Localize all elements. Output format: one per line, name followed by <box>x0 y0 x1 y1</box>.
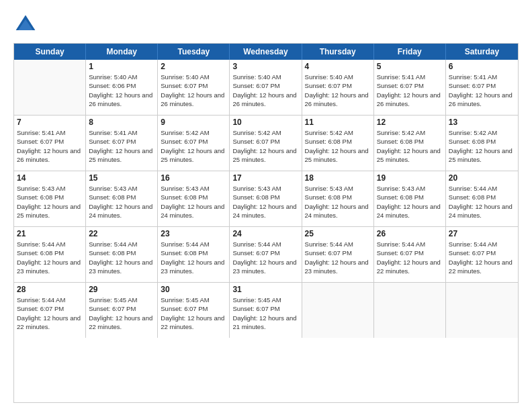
day-header-sunday: Sunday <box>14 44 86 60</box>
day-number: 4 <box>305 62 371 71</box>
logo <box>13 12 42 36</box>
day-info: Sunrise: 5:44 AMSunset: 6:08 PMDaylight:… <box>89 240 154 275</box>
day-cell-11: 11Sunrise: 5:42 AMSunset: 6:08 PMDayligh… <box>302 116 374 171</box>
day-number: 19 <box>377 173 443 183</box>
day-info: Sunrise: 5:43 AMSunset: 6:08 PMDaylight:… <box>17 184 83 220</box>
day-info: Sunrise: 5:44 AMSunset: 6:08 PMDaylight:… <box>449 184 515 220</box>
page: SundayMondayTuesdayWednesdayThursdayFrid… <box>0 0 532 411</box>
day-cell-13: 13Sunrise: 5:42 AMSunset: 6:08 PMDayligh… <box>446 116 518 171</box>
day-number: 28 <box>17 285 83 294</box>
day-number: 11 <box>305 118 371 127</box>
calendar-week-4: 21Sunrise: 5:44 AMSunset: 6:08 PMDayligh… <box>14 227 518 283</box>
day-number: 3 <box>232 62 298 71</box>
day-cell-1: 1Sunrise: 5:40 AMSunset: 6:06 PMDaylight… <box>86 60 158 115</box>
day-cell-7: 7Sunrise: 5:41 AMSunset: 6:07 PMDaylight… <box>14 116 86 171</box>
calendar-week-3: 14Sunrise: 5:43 AMSunset: 6:08 PMDayligh… <box>14 171 518 227</box>
day-number: 10 <box>232 118 298 127</box>
empty-cell <box>302 283 374 338</box>
day-cell-30: 30Sunrise: 5:45 AMSunset: 6:07 PMDayligh… <box>158 283 230 338</box>
day-number: 24 <box>232 229 298 238</box>
day-cell-17: 17Sunrise: 5:43 AMSunset: 6:08 PMDayligh… <box>230 171 302 226</box>
day-info: Sunrise: 5:41 AMSunset: 6:07 PMDaylight:… <box>377 73 443 108</box>
day-info: Sunrise: 5:40 AMSunset: 6:07 PMDaylight:… <box>161 73 226 108</box>
day-info: Sunrise: 5:45 AMSunset: 6:07 PMDaylight:… <box>232 295 298 331</box>
day-info: Sunrise: 5:45 AMSunset: 6:07 PMDaylight:… <box>161 295 226 331</box>
day-info: Sunrise: 5:44 AMSunset: 6:07 PMDaylight:… <box>17 295 83 331</box>
day-number: 27 <box>449 229 515 238</box>
day-header-thursday: Thursday <box>302 44 374 60</box>
day-number: 15 <box>89 173 154 183</box>
day-info: Sunrise: 5:44 AMSunset: 6:07 PMDaylight:… <box>377 240 443 275</box>
day-number: 22 <box>89 229 154 238</box>
day-number: 26 <box>377 229 443 238</box>
day-info: Sunrise: 5:44 AMSunset: 6:07 PMDaylight:… <box>305 240 371 275</box>
day-info: Sunrise: 5:40 AMSunset: 6:06 PMDaylight:… <box>89 73 154 108</box>
day-cell-25: 25Sunrise: 5:44 AMSunset: 6:07 PMDayligh… <box>302 227 374 282</box>
calendar-header-row: SundayMondayTuesdayWednesdayThursdayFrid… <box>14 44 518 60</box>
day-info: Sunrise: 5:42 AMSunset: 6:08 PMDaylight:… <box>305 128 371 164</box>
day-number: 6 <box>449 62 515 71</box>
day-cell-24: 24Sunrise: 5:44 AMSunset: 6:07 PMDayligh… <box>230 227 302 282</box>
day-info: Sunrise: 5:42 AMSunset: 6:08 PMDaylight:… <box>449 128 515 164</box>
day-number: 12 <box>377 118 443 127</box>
day-number: 18 <box>305 173 371 183</box>
day-cell-6: 6Sunrise: 5:41 AMSunset: 6:07 PMDaylight… <box>446 60 518 115</box>
day-header-saturday: Saturday <box>446 44 518 60</box>
day-number: 20 <box>449 173 515 183</box>
day-cell-12: 12Sunrise: 5:42 AMSunset: 6:08 PMDayligh… <box>374 116 446 171</box>
day-header-wednesday: Wednesday <box>230 44 302 60</box>
day-info: Sunrise: 5:41 AMSunset: 6:07 PMDaylight:… <box>17 128 83 164</box>
day-cell-18: 18Sunrise: 5:43 AMSunset: 6:08 PMDayligh… <box>302 171 374 226</box>
day-info: Sunrise: 5:41 AMSunset: 6:07 PMDaylight:… <box>89 128 154 164</box>
day-header-tuesday: Tuesday <box>158 44 230 60</box>
day-cell-23: 23Sunrise: 5:44 AMSunset: 6:08 PMDayligh… <box>158 227 230 282</box>
day-cell-28: 28Sunrise: 5:44 AMSunset: 6:07 PMDayligh… <box>14 283 86 338</box>
day-cell-20: 20Sunrise: 5:44 AMSunset: 6:08 PMDayligh… <box>446 171 518 226</box>
day-cell-29: 29Sunrise: 5:45 AMSunset: 6:07 PMDayligh… <box>86 283 158 338</box>
day-number: 9 <box>161 118 226 127</box>
day-info: Sunrise: 5:43 AMSunset: 6:08 PMDaylight:… <box>89 184 154 220</box>
day-number: 17 <box>232 173 298 183</box>
day-info: Sunrise: 5:42 AMSunset: 6:08 PMDaylight:… <box>377 128 443 164</box>
day-cell-10: 10Sunrise: 5:42 AMSunset: 6:07 PMDayligh… <box>230 116 302 171</box>
day-cell-16: 16Sunrise: 5:43 AMSunset: 6:08 PMDayligh… <box>158 171 230 226</box>
day-header-monday: Monday <box>86 44 158 60</box>
day-info: Sunrise: 5:40 AMSunset: 6:07 PMDaylight:… <box>232 73 298 108</box>
calendar-week-5: 28Sunrise: 5:44 AMSunset: 6:07 PMDayligh… <box>14 283 518 338</box>
day-info: Sunrise: 5:44 AMSunset: 6:08 PMDaylight:… <box>161 240 226 275</box>
day-number: 23 <box>161 229 226 238</box>
day-number: 14 <box>17 173 83 183</box>
day-cell-5: 5Sunrise: 5:41 AMSunset: 6:07 PMDaylight… <box>374 60 446 115</box>
day-number: 21 <box>17 229 83 238</box>
day-info: Sunrise: 5:43 AMSunset: 6:08 PMDaylight:… <box>377 184 443 220</box>
day-number: 16 <box>161 173 226 183</box>
day-cell-31: 31Sunrise: 5:45 AMSunset: 6:07 PMDayligh… <box>230 283 302 338</box>
calendar: SundayMondayTuesdayWednesdayThursdayFrid… <box>13 43 519 403</box>
day-info: Sunrise: 5:43 AMSunset: 6:08 PMDaylight:… <box>305 184 371 220</box>
day-info: Sunrise: 5:43 AMSunset: 6:08 PMDaylight:… <box>161 184 226 220</box>
day-info: Sunrise: 5:41 AMSunset: 6:07 PMDaylight:… <box>449 73 515 108</box>
day-cell-9: 9Sunrise: 5:42 AMSunset: 6:07 PMDaylight… <box>158 116 230 171</box>
day-number: 7 <box>17 118 83 127</box>
day-info: Sunrise: 5:40 AMSunset: 6:07 PMDaylight:… <box>305 73 371 108</box>
day-number: 8 <box>89 118 154 127</box>
day-number: 25 <box>305 229 371 238</box>
day-cell-15: 15Sunrise: 5:43 AMSunset: 6:08 PMDayligh… <box>86 171 158 226</box>
day-cell-4: 4Sunrise: 5:40 AMSunset: 6:07 PMDaylight… <box>302 60 374 115</box>
day-info: Sunrise: 5:44 AMSunset: 6:07 PMDaylight:… <box>232 240 298 275</box>
day-number: 13 <box>449 118 515 127</box>
day-cell-8: 8Sunrise: 5:41 AMSunset: 6:07 PMDaylight… <box>86 116 158 171</box>
empty-cell <box>374 283 446 338</box>
day-number: 30 <box>161 285 226 294</box>
day-number: 31 <box>232 285 298 294</box>
day-info: Sunrise: 5:42 AMSunset: 6:07 PMDaylight:… <box>232 128 298 164</box>
header <box>13 12 519 36</box>
day-cell-19: 19Sunrise: 5:43 AMSunset: 6:08 PMDayligh… <box>374 171 446 226</box>
day-info: Sunrise: 5:42 AMSunset: 6:07 PMDaylight:… <box>161 128 226 164</box>
day-info: Sunrise: 5:45 AMSunset: 6:07 PMDaylight:… <box>89 295 154 331</box>
calendar-body: 1Sunrise: 5:40 AMSunset: 6:06 PMDaylight… <box>14 60 518 338</box>
day-cell-21: 21Sunrise: 5:44 AMSunset: 6:08 PMDayligh… <box>14 227 86 282</box>
empty-cell <box>446 283 518 338</box>
day-info: Sunrise: 5:43 AMSunset: 6:08 PMDaylight:… <box>232 184 298 220</box>
logo-icon <box>13 12 38 36</box>
